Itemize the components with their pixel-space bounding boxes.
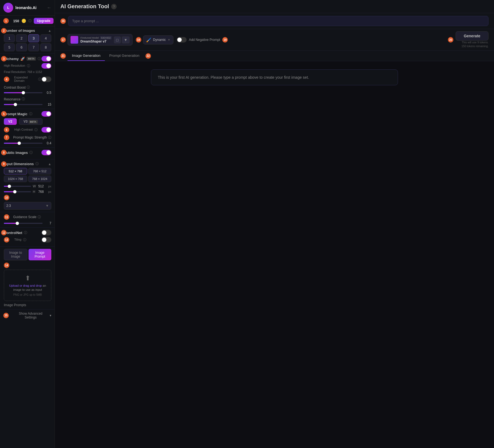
model-selector[interactable]: Finetuned Model 640×832 DreamShaper v7 ◻…: [68, 34, 133, 46]
badge-12: 12: [1, 230, 7, 235]
num-btn-4[interactable]: 4: [40, 34, 51, 42]
num-btn-8[interactable]: 8: [40, 43, 51, 51]
rocket-icon: 🚀: [20, 57, 25, 61]
num-btn-1[interactable]: 1: [4, 34, 15, 42]
input-dimensions-section: 9 Input Dimensions ⓘ ▲ 512 × 768 768 × 5…: [0, 159, 55, 212]
show-advanced-button[interactable]: Show Advanced Settings ▾: [13, 312, 51, 319]
h-value: 768: [38, 190, 46, 194]
w-slider-row: W 512 px: [4, 184, 51, 188]
resonance-container: Resonance ⓘ 15: [4, 97, 51, 106]
image-to-image-tab[interactable]: Image to Image: [4, 249, 27, 260]
num-images-chevron: ▲: [48, 29, 51, 33]
badge-7: 7: [4, 135, 9, 140]
control-net-title: ControlNet: [4, 231, 22, 235]
pms-info-button[interactable]: ⓘ: [48, 135, 51, 140]
w-px-label: px: [48, 185, 51, 188]
alchemy-section: 3 Alchemy 🚀 BETA ⓘ High Resolution ⓘ Fin…: [0, 54, 55, 109]
public-images-toggle[interactable]: [41, 150, 51, 155]
token-count: 150: [13, 19, 19, 23]
h-label: H: [33, 190, 37, 194]
input-dim-info-button[interactable]: ⓘ: [35, 162, 39, 166]
alchemy-info-button[interactable]: ⓘ: [38, 57, 41, 61]
contrast-boost-slider-row: 0.5: [4, 91, 51, 95]
model-info: Finetuned Model 640×832 DreamShaper v7: [80, 36, 112, 43]
upgrade-button[interactable]: Upgrade: [34, 18, 54, 24]
v3-button[interactable]: V3 BETA: [19, 118, 43, 125]
tab-group: 21 Image Generation: [60, 51, 105, 61]
style-name: Dynamic: [153, 38, 166, 42]
prompt-magic-info-button[interactable]: ⓘ: [29, 112, 32, 116]
high-contrast-label: High Contrast: [14, 128, 33, 131]
expanded-domain-info-button[interactable]: ⓘ: [38, 77, 41, 82]
v2-button[interactable]: V2: [4, 118, 17, 125]
num-btn-7[interactable]: 7: [28, 43, 39, 51]
token-info-button[interactable]: ⓘ: [28, 19, 32, 23]
high-contrast-toggle[interactable]: [41, 127, 51, 133]
upload-icon: ⬆: [9, 274, 47, 282]
generate-with-tokens: Generate This will use 9 tokens. 150 tok…: [456, 31, 489, 48]
num-images-grid: 1 2 3 4 5 6 7 8: [4, 34, 51, 51]
model-icon-btn-2[interactable]: ▼: [122, 36, 129, 43]
prompt-input[interactable]: [68, 16, 489, 26]
dim-btn-768x512[interactable]: 768 × 512: [28, 168, 52, 174]
tab-prompt-generation[interactable]: Prompt Generation: [105, 51, 144, 61]
badge-1: 1: [3, 18, 9, 24]
tiling-info-button[interactable]: ⓘ: [23, 238, 26, 242]
resonance-info-button[interactable]: ⓘ: [22, 97, 25, 102]
num-btn-3[interactable]: 3: [28, 34, 39, 42]
upload-area[interactable]: ⬆ Upload or drag and drop an image to us…: [4, 270, 51, 301]
generate-button[interactable]: Generate: [456, 31, 489, 41]
sidebar-header: L leonardo.Ai ←: [0, 0, 55, 16]
sidebar-collapse-button[interactable]: ←: [47, 5, 51, 10]
main-content: AI Generation Tool ? 16 17 Finetuned Mod…: [55, 0, 494, 448]
main-tabs: 21 Image Generation Prompt Generation 22: [55, 51, 494, 61]
tiling-header: 13 Tiling ⓘ: [4, 237, 51, 243]
badge-14-row: 14: [4, 263, 51, 268]
generate-group: 20 Generate This will use 9 tokens. 150 …: [448, 31, 489, 48]
model-action-icons: ◻ ▼: [114, 36, 129, 43]
help-icon[interactable]: ?: [111, 4, 117, 9]
badge-11: 11: [4, 214, 9, 220]
high-res-info-button[interactable]: ⓘ: [27, 64, 30, 68]
model-icon-btn-1[interactable]: ◻: [114, 36, 121, 43]
num-btn-2[interactable]: 2: [16, 34, 27, 42]
tiling-toggle[interactable]: [41, 237, 51, 243]
badge-20: 20: [448, 37, 453, 43]
prompt-magic-toggle[interactable]: [41, 111, 51, 117]
input-dim-chevron: ▲: [48, 162, 51, 166]
expanded-domain-toggle[interactable]: [41, 77, 51, 82]
control-net-section: 12 ControlNet ⓘ 13 Tiling ⓘ: [0, 228, 55, 247]
num-btn-5[interactable]: 5: [4, 43, 15, 51]
control-net-info-button[interactable]: ⓘ: [24, 230, 27, 235]
negative-prompt-toggle[interactable]: [177, 37, 187, 43]
high-contrast-info-button[interactable]: ⓘ: [34, 128, 38, 132]
style-selector[interactable]: 🖌️ Dynamic ▼: [143, 35, 174, 44]
badge-22: 22: [145, 53, 151, 59]
badge-15: 15: [3, 313, 9, 318]
guidance-scale-info-button[interactable]: ⓘ: [38, 215, 41, 219]
dim-btn-768x1024[interactable]: 768 × 1024: [28, 176, 52, 182]
public-images-section: 8 Public Images ⓘ: [0, 148, 55, 159]
alchemy-toggle[interactable]: [41, 56, 51, 61]
badge-17: 17: [60, 37, 66, 43]
contrast-boost-info-button[interactable]: ⓘ: [27, 85, 30, 90]
final-resolution-text: Final Resolution: 768 x 1152: [4, 70, 51, 74]
logo-text: leonardo.Ai: [15, 5, 37, 10]
control-net-toggle[interactable]: [41, 230, 51, 235]
badge-9: 9: [1, 161, 7, 167]
num-btn-6[interactable]: 6: [16, 43, 27, 51]
high-res-toggle[interactable]: [41, 63, 51, 69]
placeholder-card: This is your first AI generation. Please…: [151, 69, 398, 85]
aspect-ratio-select[interactable]: 2:3 ▼: [4, 202, 51, 210]
model-name: DreamShaper v7: [80, 40, 112, 43]
settings-bar: 17 Finetuned Model 640×832 DreamShaper v…: [55, 29, 494, 51]
number-of-images-section: 2 Number of Images ▲ 1 2 3 4 5 6 7 8: [0, 26, 55, 54]
dim-btn-512x768[interactable]: 512 × 768: [4, 168, 27, 174]
image-prompt-tab[interactable]: Image Prompt: [29, 249, 52, 260]
model-selector-group: 17 Finetuned Model 640×832 DreamShaper v…: [60, 34, 133, 46]
image-mode-tabs: Image to Image Image Prompt: [4, 249, 51, 260]
pms-label: 7 Prompt Magic Strength ⓘ: [4, 135, 51, 140]
public-images-info-button[interactable]: ⓘ: [29, 150, 33, 155]
dim-btn-1024x768[interactable]: 1024 × 768: [4, 176, 27, 182]
tab-image-generation[interactable]: Image Generation: [68, 51, 105, 61]
